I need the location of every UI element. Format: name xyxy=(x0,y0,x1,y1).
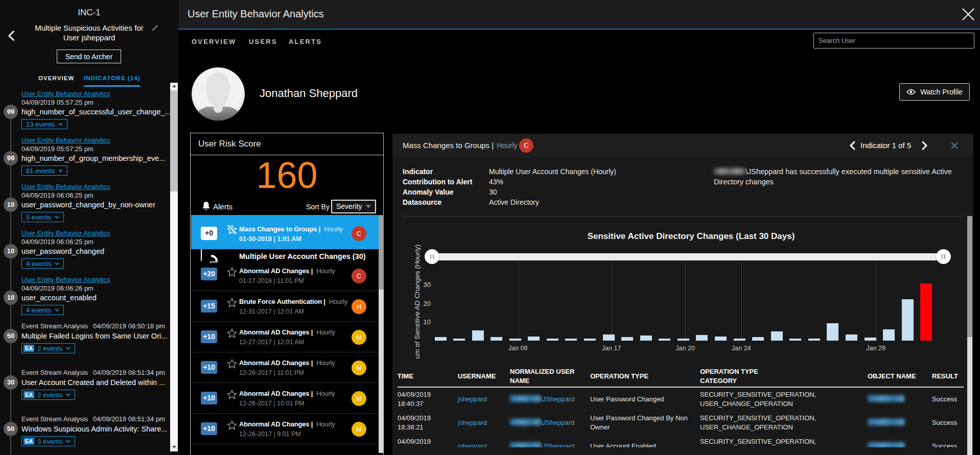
alert-row[interactable]: +10 Abnormal AD Changes |Hourly 12-26-20… xyxy=(191,383,384,414)
indicator-source[interactable]: User Entity Behavior Analytics xyxy=(21,276,110,283)
table-row[interactable]: 04/09/2019jsheppard\JSheppardUser Accoun… xyxy=(392,436,973,447)
scrollbar-down-arrow[interactable] xyxy=(170,444,178,451)
star-icon[interactable] xyxy=(227,267,237,277)
column-header[interactable]: OPERATION TYPE xyxy=(590,372,695,381)
star-icon[interactable] xyxy=(227,390,237,399)
bar xyxy=(865,338,876,341)
column-header[interactable]: USERNAME xyxy=(458,372,509,381)
scrollbar-thumb[interactable] xyxy=(170,90,178,191)
bar xyxy=(659,339,670,341)
alert-list-scrollbar[interactable] xyxy=(379,215,384,453)
column-header[interactable]: OBJECT NAME xyxy=(868,372,929,381)
alert-row[interactable]: +10 Abnormal AD Changes |Hourly 12-26-20… xyxy=(191,414,384,444)
alert-row[interactable]: +10 Abnormal AD Changes |Hourly 12-26-20… xyxy=(191,352,384,383)
search-user-input[interactable] xyxy=(813,33,974,49)
indicator-source[interactable]: User Entity Behavior Analytics xyxy=(21,183,110,190)
alert-row[interactable]: +10 Abnormal AD Changes |Hourly 12-27-20… xyxy=(191,322,384,352)
indicator-name: user_password_changed xyxy=(21,247,170,255)
scrollbar-up-arrow[interactable] xyxy=(170,83,178,90)
indicator-timestamp: 04/09/2019 08:50:18 pm xyxy=(93,322,165,330)
alert-row[interactable]: +20 Abnormal AD Changes |Hourly 01-17-20… xyxy=(191,263,384,291)
indicator-source[interactable]: Event Stream Analysis xyxy=(21,369,88,376)
select-arrow-icon xyxy=(366,205,371,208)
events-dropdown-button[interactable]: EA 3 events xyxy=(21,436,75,446)
tab-alerts[interactable]: ALERTS xyxy=(289,38,322,45)
indicator-connector-line xyxy=(201,249,202,261)
dismiss-icon[interactable] xyxy=(950,141,959,150)
incident-indicator-item[interactable]: 10 User Entity Behavior Analytics 04/09/… xyxy=(0,183,170,229)
events-dropdown-button[interactable]: EA 4 events xyxy=(21,305,64,315)
tab-users[interactable]: USERS xyxy=(249,38,277,45)
next-indicator-icon[interactable] xyxy=(921,141,928,150)
watch-profile-button[interactable]: Watch Profile xyxy=(899,83,970,101)
previous-indicator-icon[interactable] xyxy=(849,141,856,150)
tab-overview[interactable]: OVERVIEW xyxy=(192,38,236,45)
window-titlebar: User Entity Behavior Analytics xyxy=(178,0,980,30)
sidebar-tab-indicators[interactable]: INDICATORS (14) xyxy=(84,75,141,81)
expanded-indicator-row[interactable]: 43%Multiple User Account Changes (30) xyxy=(191,249,384,263)
indicator-scrollbar-thumb[interactable] xyxy=(967,216,972,337)
bar xyxy=(808,339,820,341)
events-dropdown-button[interactable]: EA 4 events xyxy=(21,258,64,269)
star-icon[interactable] xyxy=(227,328,237,338)
sidebar-scrollbar[interactable] xyxy=(170,83,178,451)
sidebar-tab-overview[interactable]: OVERVIEW xyxy=(38,75,75,81)
alert-row[interactable]: +15 Brute Force Authentication |Hourly 1… xyxy=(191,291,384,322)
indicator-source[interactable]: User Entity Behavior Analytics xyxy=(21,136,110,144)
table-cell: Success xyxy=(932,418,964,427)
table-cell: User Password Changed xyxy=(590,395,695,404)
indicator-timestamp: 04/09/2019 08:51:34 pm xyxy=(93,369,165,376)
incident-indicator-item[interactable]: 10 User Entity Behavior Analytics 04/09/… xyxy=(0,229,170,276)
send-to-archer-button[interactable]: Send to Archer xyxy=(57,50,121,63)
incident-indicator-item[interactable]: 99 User Entity Behavior Analytics 04/09/… xyxy=(0,90,170,136)
alert-scrollbar-thumb[interactable] xyxy=(379,215,384,290)
events-dropdown-button[interactable]: EA 5 events xyxy=(21,212,64,222)
incident-indicator-item[interactable]: 10 User Entity Behavior Analytics 04/09/… xyxy=(0,276,170,322)
y-tick-label: 10 xyxy=(420,318,431,326)
indicator-source[interactable]: User Entity Behavior Analytics xyxy=(21,90,110,98)
star-icon[interactable] xyxy=(227,225,237,234)
sort-by-select[interactable]: Severity xyxy=(331,200,376,213)
incident-indicator-item[interactable]: 50 Event Stream Analysis 04/09/2019 08:5… xyxy=(0,415,170,455)
close-icon[interactable] xyxy=(961,6,976,23)
events-dropdown-button[interactable]: EA 2 events xyxy=(21,343,75,353)
slider-handle-left[interactable] xyxy=(425,249,439,264)
indicator-panel-scrollbar[interactable] xyxy=(967,216,972,455)
indicator-source[interactable]: User Entity Behavior Analytics xyxy=(21,229,110,237)
bar xyxy=(827,323,838,341)
column-header[interactable]: OPERATION TYPE CATEGORY xyxy=(700,367,795,386)
star-icon[interactable] xyxy=(227,298,237,307)
incident-indicator-item[interactable]: 50 Event Stream Analysis 04/09/2019 08:5… xyxy=(0,322,170,369)
star-icon[interactable] xyxy=(227,359,237,369)
alert-row[interactable]: +0 Mass Changes to Groups |Hourly 01-30-… xyxy=(191,215,384,249)
column-header[interactable]: NORMALIZED USER NAME xyxy=(510,367,587,386)
table-cell: Success xyxy=(932,442,964,447)
column-header[interactable]: RESULT xyxy=(932,372,964,381)
events-dropdown-button[interactable]: EA 13 events xyxy=(21,119,67,129)
time-range-slider[interactable] xyxy=(432,253,943,260)
indicator-source[interactable]: Event Stream Analysis xyxy=(21,322,88,330)
edit-pencil-icon[interactable] xyxy=(151,25,158,32)
x-gridline xyxy=(876,262,876,341)
incident-indicator-item[interactable]: 30 Event Stream Analysis 04/09/2019 08:5… xyxy=(0,369,170,415)
severity-badge: M xyxy=(352,361,366,375)
back-icon[interactable] xyxy=(7,30,15,41)
table-cell: jsheppard xyxy=(458,442,509,447)
table-cell: User Account Enabled xyxy=(590,442,695,447)
alert-date: 12-27-2017 | 12:01 AM xyxy=(239,339,304,346)
x-tick-label: Jan 29 xyxy=(866,345,885,352)
table-row[interactable]: 04/09/201918:40:37jsheppard\JSheppardUse… xyxy=(392,389,973,413)
incident-indicator-item[interactable]: 99 User Entity Behavior Analytics 04/09/… xyxy=(0,136,170,183)
events-dropdown-button[interactable]: EA 2 events xyxy=(21,390,75,400)
indicator-timestamp: 04/09/2019 06:06:25 pm xyxy=(21,191,94,199)
column-header[interactable]: TIME xyxy=(398,372,456,381)
avatar xyxy=(192,67,245,121)
star-icon[interactable] xyxy=(227,420,237,430)
bar xyxy=(883,329,895,341)
slider-handle-right[interactable] xyxy=(936,249,951,264)
events-dropdown-button[interactable]: EA 81 events xyxy=(21,165,67,176)
x-gridline xyxy=(685,262,686,341)
indicator-source[interactable]: Event Stream Analysis xyxy=(21,415,88,423)
alert-date: 12-26-2017 | 11:01 PM xyxy=(239,369,304,376)
table-row[interactable]: 04/09/201918:38:21jsheppard\JSheppardUse… xyxy=(392,413,973,436)
